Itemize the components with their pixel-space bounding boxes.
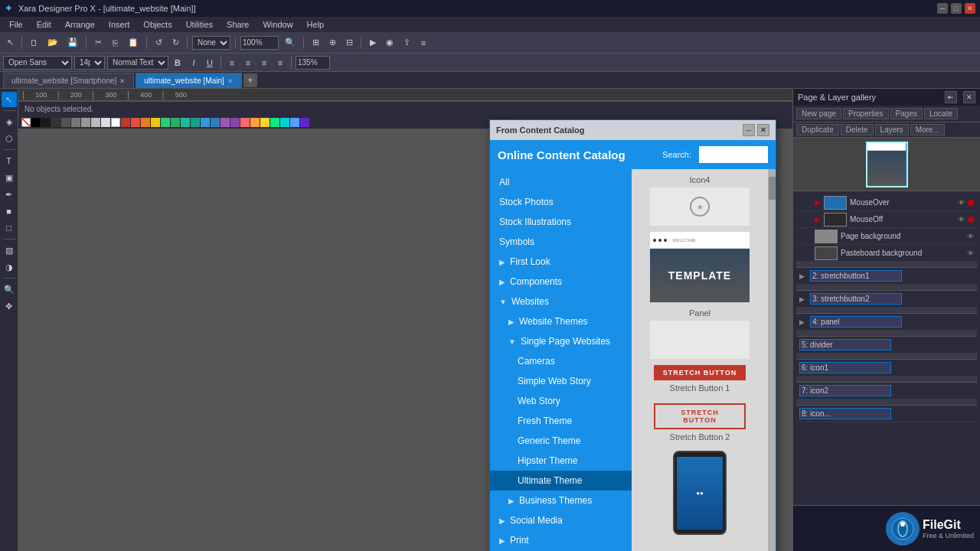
menu-arrange[interactable]: Arrange: [59, 18, 101, 31]
color-dark1[interactable]: [41, 118, 51, 127]
content-catalog-btn[interactable]: ≡: [416, 37, 430, 49]
snap-btn[interactable]: ⊕: [325, 36, 339, 49]
layer-page-bg-visible-icon[interactable]: 👁: [967, 233, 974, 240]
layer-icon2-input[interactable]: [799, 385, 891, 396]
menu-file[interactable]: File: [3, 18, 29, 31]
menu-objects[interactable]: Objects: [137, 18, 178, 31]
layer-page-bg[interactable]: Page background 👁: [796, 228, 977, 245]
new-btn[interactable]: 🗋: [27, 37, 41, 49]
color-red1[interactable]: [121, 118, 130, 127]
color-yellow[interactable]: [151, 118, 160, 127]
selector-tool[interactable]: ↖: [3, 36, 17, 49]
preview-hero-thumb[interactable]: TEMPLATE: [650, 249, 750, 302]
menu-insert[interactable]: Insert: [103, 18, 136, 31]
layer-icon3-input[interactable]: [799, 408, 891, 419]
right-panel-close-btn[interactable]: ✕: [963, 91, 975, 103]
color-bright-blue[interactable]: [290, 118, 299, 127]
right-panel-expand-btn[interactable]: ⇤: [945, 91, 957, 103]
catalog-nav-first-look[interactable]: ▶ First Look: [490, 252, 632, 272]
color-gray3[interactable]: [91, 118, 100, 127]
color-dark3[interactable]: [61, 118, 70, 127]
catalog-nav-websites[interactable]: ▼ Websites: [490, 292, 632, 311]
catalog-nav-web-story[interactable]: Web Story: [490, 391, 632, 411]
publish-btn[interactable]: ▶: [366, 36, 380, 49]
text-style-select[interactable]: Normal Text: [107, 56, 168, 70]
undo-btn[interactable]: ↺: [152, 36, 165, 49]
close-btn[interactable]: ✕: [965, 3, 975, 14]
layer-icon1-input[interactable]: [799, 362, 891, 373]
catalog-search-input[interactable]: [699, 146, 768, 163]
color-bright-red[interactable]: [240, 118, 250, 127]
layer-mouseover-visible-icon[interactable]: 👁: [958, 199, 965, 207]
layer-panel[interactable]: ▶: [796, 314, 977, 331]
catalog-nav-fresh-theme[interactable]: Fresh Theme: [490, 411, 632, 431]
text-tool[interactable]: T: [2, 153, 17, 168]
color-violet[interactable]: [300, 118, 309, 127]
redo-btn[interactable]: ↻: [168, 36, 182, 49]
layer-stretchbutton2[interactable]: ▶: [796, 291, 977, 308]
color-none[interactable]: [21, 118, 31, 127]
color-blue2[interactable]: [211, 118, 220, 127]
cut-btn[interactable]: ✂: [91, 36, 105, 49]
underline-btn[interactable]: U: [203, 57, 217, 69]
zoom2-input[interactable]: 135%: [296, 56, 330, 70]
layer-icon3[interactable]: [796, 406, 977, 422]
tab-smartphone[interactable]: ultimate_website [Smartphone] ✕: [3, 73, 134, 88]
preview-btn[interactable]: ◉: [383, 36, 397, 49]
align-right-btn[interactable]: ≡: [257, 57, 271, 69]
catalog-nav-components[interactable]: ▶ Components: [490, 272, 632, 292]
copy-btn[interactable]: ⎘: [108, 37, 122, 49]
catalog-scrollbar-thumb[interactable]: [769, 177, 776, 200]
page-thumbnail[interactable]: [866, 142, 908, 187]
color-bright-yellow[interactable]: [260, 118, 270, 127]
preview-smartphone-thumb[interactable]: ●●: [673, 451, 727, 535]
color-green2[interactable]: [171, 118, 180, 127]
fill-tool[interactable]: ▧: [2, 243, 17, 258]
color-gray2[interactable]: [81, 118, 90, 127]
zoom-input[interactable]: 100%: [240, 36, 279, 50]
rp-locate-btn[interactable]: Locate: [924, 108, 958, 119]
node-tool[interactable]: ◈: [2, 114, 17, 129]
catalog-preview-scrollbar[interactable]: [768, 169, 776, 551]
layer-sb2-input[interactable]: [810, 293, 902, 305]
layer-mouseoff-visible-icon[interactable]: 👁: [958, 216, 965, 223]
preview-stretch-btn1[interactable]: STRETCH BUTTON: [654, 365, 746, 380]
catalog-nav-generic-theme[interactable]: Generic Theme: [490, 431, 632, 451]
font-select[interactable]: Open Sans: [3, 56, 72, 70]
layer-icon2[interactable]: [796, 383, 977, 399]
rp-pages-btn[interactable]: Pages: [890, 108, 923, 119]
rp-more-btn[interactable]: More...: [910, 124, 945, 135]
layer-panel-input[interactable]: [810, 316, 902, 328]
style-select[interactable]: None: [192, 36, 230, 50]
catalog-nav-ultimate-theme[interactable]: Ultimate Theme: [490, 471, 632, 491]
minimize-btn[interactable]: ─: [937, 3, 948, 14]
paste-btn[interactable]: 📋: [125, 36, 142, 49]
rp-delete-btn[interactable]: Delete: [841, 124, 874, 135]
layer-pasteboard-bg[interactable]: Pasteboard background 👁: [796, 245, 977, 262]
tab-add-btn[interactable]: +: [243, 73, 257, 87]
tab-main[interactable]: ultimate_website [Main] ✕: [136, 73, 242, 88]
draw-tool[interactable]: ✒: [2, 187, 17, 202]
maximize-btn[interactable]: □: [951, 3, 962, 14]
save-btn[interactable]: 💾: [64, 36, 81, 49]
font-size-select[interactable]: 14px: [74, 56, 105, 70]
layer-divider-input[interactable]: [799, 339, 891, 350]
color-dark2[interactable]: [51, 118, 60, 127]
zoom-tool[interactable]: 🔍: [2, 282, 17, 297]
layer-divider[interactable]: [796, 337, 977, 354]
align-btn[interactable]: ⊟: [342, 36, 356, 49]
menu-edit[interactable]: Edit: [31, 18, 57, 31]
color-cyan[interactable]: [280, 118, 289, 127]
align-justify-btn[interactable]: ≡: [273, 57, 287, 69]
color-black[interactable]: [31, 118, 41, 127]
shape-tool[interactable]: ■: [2, 204, 17, 219]
share-btn[interactable]: ⇪: [400, 36, 413, 49]
catalog-nav-stock-photos[interactable]: Stock Photos: [490, 192, 632, 212]
menu-help[interactable]: Help: [301, 18, 331, 31]
color-blue1[interactable]: [201, 118, 210, 127]
select-tool[interactable]: ↖: [2, 92, 17, 107]
color-red2[interactable]: [131, 118, 140, 127]
italic-btn[interactable]: I: [187, 57, 201, 69]
align-left-btn[interactable]: ≡: [225, 57, 239, 69]
catalog-nav-simple-web-story[interactable]: Simple Web Story: [490, 371, 632, 391]
